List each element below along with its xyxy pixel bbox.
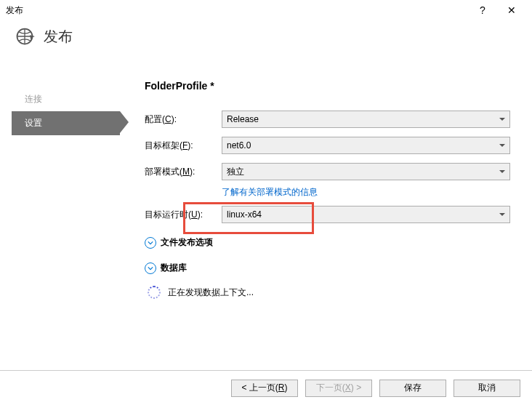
dialog-title: 发布 bbox=[44, 27, 73, 47]
database-expander[interactable]: 数据库 bbox=[145, 262, 510, 274]
database-label: 数据库 bbox=[161, 262, 187, 274]
dialog-header: 发布 bbox=[0, 20, 532, 55]
save-button[interactable]: 保存 bbox=[379, 380, 446, 397]
publish-icon bbox=[15, 26, 35, 47]
sidebar: 连接 设置 bbox=[0, 58, 120, 370]
deploy-label: 部署模式(M): bbox=[145, 166, 222, 178]
cancel-button[interactable]: 取消 bbox=[454, 380, 520, 397]
framework-dropdown[interactable]: net6.0 bbox=[222, 137, 510, 154]
footer: < 上一页(R) 下一页(X) > 保存 取消 bbox=[0, 370, 532, 405]
titlebar: 发布 ? ✕ bbox=[0, 0, 532, 20]
prev-button[interactable]: < 上一页(R) bbox=[231, 380, 298, 397]
loading-text: 正在发现数据上下文... bbox=[168, 286, 254, 299]
config-label: 配置(C): bbox=[145, 113, 222, 126]
loading-row: 正在发现数据上下文... bbox=[148, 286, 510, 299]
profile-name: FolderProfile * bbox=[145, 80, 510, 92]
main-panel: FolderProfile * 配置(C): Release 目标框架(F): … bbox=[120, 58, 532, 370]
deploy-mode-link[interactable]: 了解有关部署模式的信息 bbox=[222, 187, 318, 197]
spinner-icon bbox=[148, 286, 161, 299]
file-publish-label: 文件发布选项 bbox=[161, 236, 213, 249]
framework-label: 目标框架(F): bbox=[145, 140, 222, 152]
runtime-label: 目标运行时(U): bbox=[145, 209, 222, 221]
sidebar-item-connection[interactable]: 连接 bbox=[15, 87, 120, 111]
help-button[interactable]: ? bbox=[468, 4, 497, 16]
sidebar-item-settings[interactable]: 设置 bbox=[12, 111, 120, 135]
file-publish-expander[interactable]: 文件发布选项 bbox=[145, 236, 510, 249]
close-button[interactable]: ✕ bbox=[497, 4, 526, 16]
chevron-down-icon bbox=[145, 237, 156, 249]
config-dropdown[interactable]: Release bbox=[222, 111, 510, 128]
deploy-dropdown[interactable]: 独立 bbox=[222, 163, 510, 180]
chevron-down-icon bbox=[145, 262, 156, 274]
window-title: 发布 bbox=[6, 4, 23, 17]
runtime-dropdown[interactable]: linux-x64 bbox=[222, 206, 510, 223]
next-button: 下一页(X) > bbox=[305, 380, 372, 397]
